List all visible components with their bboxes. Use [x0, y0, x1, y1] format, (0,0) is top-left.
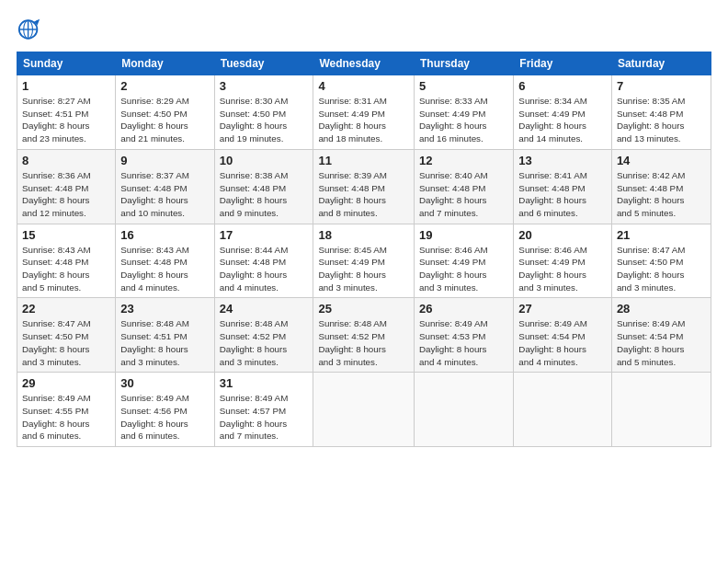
day-cell-29: 29Sunrise: 8:49 AM Sunset: 4:55 PM Dayli… [17, 373, 116, 447]
day-info: Sunrise: 8:48 AM Sunset: 4:52 PM Dayligh… [220, 317, 309, 368]
day-info: Sunrise: 8:49 AM Sunset: 4:56 PM Dayligh… [120, 392, 209, 442]
day-info: Sunrise: 8:44 AM Sunset: 4:48 PM Dayligh… [220, 244, 309, 294]
day-info: Sunrise: 8:49 AM Sunset: 4:53 PM Dayligh… [419, 317, 508, 368]
day-cell-22: 22Sunrise: 8:47 AM Sunset: 4:50 PM Dayli… [17, 298, 116, 373]
day-number: 23 [120, 302, 209, 316]
day-number: 4 [318, 79, 409, 93]
day-info: Sunrise: 8:48 AM Sunset: 4:51 PM Dayligh… [120, 317, 209, 368]
day-info: Sunrise: 8:39 AM Sunset: 4:48 PM Dayligh… [318, 169, 409, 220]
week-row-1: 1Sunrise: 8:27 AM Sunset: 4:51 PM Daylig… [17, 75, 711, 150]
day-cell-1: 1Sunrise: 8:27 AM Sunset: 4:51 PM Daylig… [17, 75, 116, 150]
day-info: Sunrise: 8:46 AM Sunset: 4:49 PM Dayligh… [518, 244, 607, 294]
day-number: 27 [518, 302, 607, 316]
day-cell-26: 26Sunrise: 8:49 AM Sunset: 4:53 PM Dayli… [415, 298, 514, 373]
day-info: Sunrise: 8:30 AM Sunset: 4:50 PM Dayligh… [220, 95, 309, 145]
day-cell-12: 12Sunrise: 8:40 AM Sunset: 4:48 PM Dayli… [415, 149, 514, 224]
day-cell-5: 5Sunrise: 8:33 AM Sunset: 4:49 PM Daylig… [415, 75, 514, 150]
day-info: Sunrise: 8:47 AM Sunset: 4:50 PM Dayligh… [22, 317, 110, 368]
day-info: Sunrise: 8:45 AM Sunset: 4:49 PM Dayligh… [318, 244, 409, 294]
day-cell-31: 31Sunrise: 8:49 AM Sunset: 4:57 PM Dayli… [214, 373, 313, 447]
day-info: Sunrise: 8:42 AM Sunset: 4:48 PM Dayligh… [617, 169, 706, 220]
day-cell-13: 13Sunrise: 8:41 AM Sunset: 4:48 PM Dayli… [514, 149, 612, 224]
day-info: Sunrise: 8:49 AM Sunset: 4:54 PM Dayligh… [518, 317, 607, 368]
day-info: Sunrise: 8:41 AM Sunset: 4:48 PM Dayligh… [518, 169, 607, 220]
day-info: Sunrise: 8:46 AM Sunset: 4:49 PM Dayligh… [419, 244, 508, 294]
day-cell-27: 27Sunrise: 8:49 AM Sunset: 4:54 PM Dayli… [514, 298, 612, 373]
day-info: Sunrise: 8:40 AM Sunset: 4:48 PM Dayligh… [419, 169, 508, 220]
day-cell-18: 18Sunrise: 8:45 AM Sunset: 4:49 PM Dayli… [313, 224, 415, 298]
weekday-tuesday: Tuesday [214, 52, 313, 75]
day-number: 10 [220, 154, 309, 167]
day-number: 31 [220, 376, 309, 390]
day-info: Sunrise: 8:36 AM Sunset: 4:48 PM Dayligh… [22, 169, 110, 220]
weekday-thursday: Thursday [415, 52, 514, 75]
empty-cell [313, 373, 415, 447]
header [17, 17, 711, 42]
week-row-5: 29Sunrise: 8:49 AM Sunset: 4:55 PM Dayli… [17, 373, 711, 447]
weekday-saturday: Saturday [611, 52, 711, 75]
day-cell-20: 20Sunrise: 8:46 AM Sunset: 4:49 PM Dayli… [514, 224, 612, 298]
day-number: 3 [220, 79, 309, 93]
day-number: 13 [518, 154, 607, 167]
day-number: 26 [419, 302, 508, 316]
day-number: 5 [419, 79, 508, 93]
week-row-2: 8Sunrise: 8:36 AM Sunset: 4:48 PM Daylig… [17, 149, 711, 224]
day-number: 24 [220, 302, 309, 316]
day-cell-3: 3Sunrise: 8:30 AM Sunset: 4:50 PM Daylig… [214, 75, 313, 150]
day-cell-23: 23Sunrise: 8:48 AM Sunset: 4:51 PM Dayli… [116, 298, 214, 373]
day-cell-10: 10Sunrise: 8:38 AM Sunset: 4:48 PM Dayli… [214, 149, 313, 224]
week-row-4: 22Sunrise: 8:47 AM Sunset: 4:50 PM Dayli… [17, 298, 711, 373]
day-number: 20 [518, 228, 607, 242]
day-info: Sunrise: 8:43 AM Sunset: 4:48 PM Dayligh… [22, 244, 110, 294]
day-info: Sunrise: 8:29 AM Sunset: 4:50 PM Dayligh… [120, 95, 209, 145]
day-number: 18 [318, 228, 409, 242]
weekday-header-row: SundayMondayTuesdayWednesdayThursdayFrid… [17, 52, 711, 75]
day-info: Sunrise: 8:27 AM Sunset: 4:51 PM Dayligh… [22, 95, 110, 145]
empty-cell [611, 373, 711, 447]
day-info: Sunrise: 8:38 AM Sunset: 4:48 PM Dayligh… [220, 169, 309, 220]
day-cell-9: 9Sunrise: 8:37 AM Sunset: 4:48 PM Daylig… [116, 149, 214, 224]
empty-cell [514, 373, 612, 447]
day-number: 30 [120, 376, 209, 390]
day-number: 2 [120, 79, 209, 93]
day-cell-2: 2Sunrise: 8:29 AM Sunset: 4:50 PM Daylig… [116, 75, 214, 150]
day-number: 14 [617, 154, 706, 167]
day-number: 17 [220, 228, 309, 242]
day-number: 16 [120, 228, 209, 242]
day-number: 25 [318, 302, 409, 316]
day-number: 7 [617, 79, 706, 93]
page: SundayMondayTuesdayWednesdayThursdayFrid… [0, 0, 728, 563]
day-info: Sunrise: 8:43 AM Sunset: 4:48 PM Dayligh… [120, 244, 209, 294]
day-number: 11 [318, 154, 409, 167]
day-cell-21: 21Sunrise: 8:47 AM Sunset: 4:50 PM Dayli… [611, 224, 711, 298]
day-number: 19 [419, 228, 508, 242]
day-number: 21 [617, 228, 706, 242]
day-number: 1 [22, 79, 110, 93]
empty-cell [415, 373, 514, 447]
day-cell-24: 24Sunrise: 8:48 AM Sunset: 4:52 PM Dayli… [214, 298, 313, 373]
day-info: Sunrise: 8:49 AM Sunset: 4:57 PM Dayligh… [220, 392, 309, 442]
weekday-wednesday: Wednesday [313, 52, 415, 75]
logo-icon [17, 17, 42, 42]
weekday-monday: Monday [116, 52, 214, 75]
day-cell-17: 17Sunrise: 8:44 AM Sunset: 4:48 PM Dayli… [214, 224, 313, 298]
logo [17, 17, 46, 42]
day-info: Sunrise: 8:37 AM Sunset: 4:48 PM Dayligh… [120, 169, 209, 220]
day-info: Sunrise: 8:49 AM Sunset: 4:55 PM Dayligh… [22, 392, 110, 442]
day-cell-19: 19Sunrise: 8:46 AM Sunset: 4:49 PM Dayli… [415, 224, 514, 298]
day-cell-30: 30Sunrise: 8:49 AM Sunset: 4:56 PM Dayli… [116, 373, 214, 447]
day-info: Sunrise: 8:31 AM Sunset: 4:49 PM Dayligh… [318, 95, 409, 145]
day-cell-14: 14Sunrise: 8:42 AM Sunset: 4:48 PM Dayli… [611, 149, 711, 224]
week-row-3: 15Sunrise: 8:43 AM Sunset: 4:48 PM Dayli… [17, 224, 711, 298]
day-info: Sunrise: 8:33 AM Sunset: 4:49 PM Dayligh… [419, 95, 508, 145]
day-cell-15: 15Sunrise: 8:43 AM Sunset: 4:48 PM Dayli… [17, 224, 116, 298]
day-number: 22 [22, 302, 110, 316]
day-number: 8 [22, 154, 110, 167]
day-cell-16: 16Sunrise: 8:43 AM Sunset: 4:48 PM Dayli… [116, 224, 214, 298]
day-number: 15 [22, 228, 110, 242]
day-number: 12 [419, 154, 508, 167]
day-info: Sunrise: 8:35 AM Sunset: 4:48 PM Dayligh… [617, 95, 706, 145]
day-info: Sunrise: 8:49 AM Sunset: 4:54 PM Dayligh… [617, 317, 706, 368]
day-cell-11: 11Sunrise: 8:39 AM Sunset: 4:48 PM Dayli… [313, 149, 415, 224]
calendar-table: SundayMondayTuesdayWednesdayThursdayFrid… [17, 52, 711, 447]
